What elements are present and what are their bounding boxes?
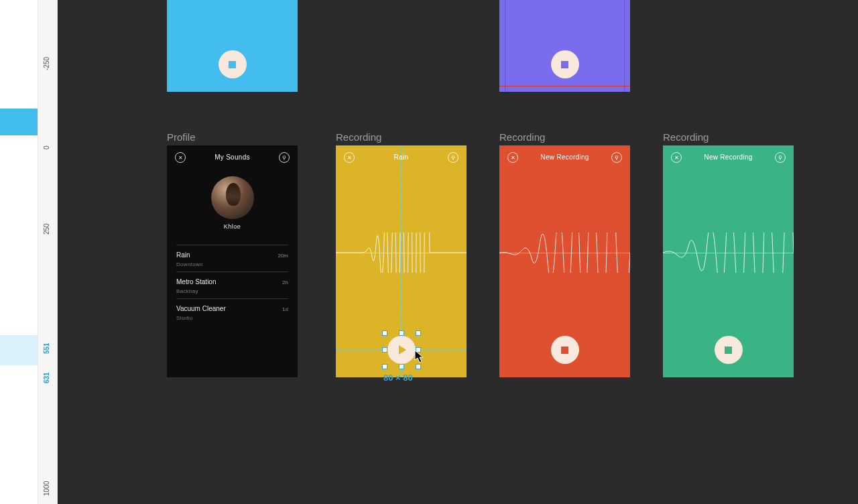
resize-handle[interactable] (416, 330, 421, 336)
artboard-label[interactable]: Recording (663, 131, 709, 143)
page-title: My Sounds (167, 153, 298, 161)
item-subtitle: Studio (176, 315, 288, 321)
item-time: 20m (278, 253, 288, 259)
waveform (499, 233, 630, 273)
item-title: Metro Station (176, 278, 288, 286)
navigator-strip[interactable] (0, 0, 38, 504)
constraint-guide (624, 0, 625, 92)
list-item[interactable]: Rain Downtown 20m (176, 245, 288, 271)
item-title: Vacuum Cleaner (176, 305, 288, 312)
page-title: Rain (336, 153, 467, 161)
navigator-selection-artboard[interactable] (0, 109, 38, 135)
stop-button[interactable] (219, 50, 247, 78)
pin-icon[interactable]: ⚲ (775, 152, 786, 163)
selection-handles[interactable] (385, 333, 418, 367)
waveform (336, 233, 467, 273)
item-subtitle: Downtown (176, 261, 288, 267)
item-time: 2h (282, 279, 288, 286)
stop-button[interactable] (551, 336, 579, 364)
resize-handle[interactable] (382, 364, 387, 369)
selection-dimensions: 80 × 80 (383, 373, 413, 383)
ruler-guide[interactable]: 551 (43, 342, 50, 354)
item-subtitle: Backbay (176, 288, 288, 294)
stop-button[interactable] (551, 50, 579, 78)
artboard-label[interactable]: Recording (499, 131, 545, 143)
artboard-label[interactable]: Profile (167, 131, 196, 143)
stop-button[interactable] (715, 336, 743, 364)
list-item[interactable]: Metro Station Backbay 2h (176, 271, 288, 298)
resize-handle[interactable] (399, 364, 404, 369)
artboard-label[interactable]: Recording (336, 131, 381, 143)
artboard-recording-green[interactable]: ✕ New Recording ⚲ (663, 145, 794, 377)
artboard-recording-yellow[interactable]: ✕ Rain ⚲ (336, 145, 467, 377)
artboard-profile[interactable]: ✕ My Sounds ⚲ Khloe Rain Downtown 20m Me… (167, 145, 298, 377)
constraint-guide (499, 86, 630, 86)
page-title: New Recording (499, 153, 630, 161)
resize-handle[interactable] (416, 364, 421, 369)
page-title: New Recording (663, 153, 794, 161)
pin-icon[interactable]: ⚲ (279, 152, 290, 163)
item-title: Rain (176, 251, 288, 259)
navigator-selection-layer[interactable] (0, 335, 38, 365)
list-item[interactable]: Vacuum Cleaner Studio 1d (176, 298, 288, 325)
resize-handle[interactable] (416, 347, 421, 353)
resize-handle[interactable] (382, 347, 387, 353)
vertical-ruler[interactable]: -250 0 250 551 631 1000 (38, 0, 58, 504)
constraint-guide (505, 0, 505, 92)
ruler-tick: 0 (43, 145, 50, 149)
selected-element[interactable] (387, 336, 416, 364)
frame-splash-blue[interactable] (167, 0, 298, 92)
avatar[interactable] (211, 176, 254, 219)
canvas[interactable]: Profile Recording Recording Recording ✕ … (58, 0, 858, 504)
stop-icon (229, 61, 236, 68)
resize-handle[interactable] (382, 330, 387, 336)
stop-icon (725, 346, 732, 354)
stop-icon (561, 61, 568, 68)
ruler-tick: 1000 (43, 481, 50, 496)
sound-list: Rain Downtown 20m Metro Station Backbay … (176, 245, 288, 325)
ruler-tick: -250 (43, 57, 50, 70)
pin-icon[interactable]: ⚲ (611, 152, 622, 163)
username: Khloe (167, 223, 298, 230)
artboard-recording-orange[interactable]: ✕ New Recording ⚲ (499, 145, 630, 377)
waveform (663, 233, 794, 273)
frame-splash-purple[interactable] (499, 0, 630, 92)
resize-handle[interactable] (399, 330, 404, 336)
ruler-tick: 250 (43, 223, 50, 235)
item-time: 1d (282, 306, 288, 312)
stop-icon (561, 346, 568, 354)
ruler-guide[interactable]: 631 (43, 372, 50, 383)
pin-icon[interactable]: ⚲ (448, 152, 458, 163)
